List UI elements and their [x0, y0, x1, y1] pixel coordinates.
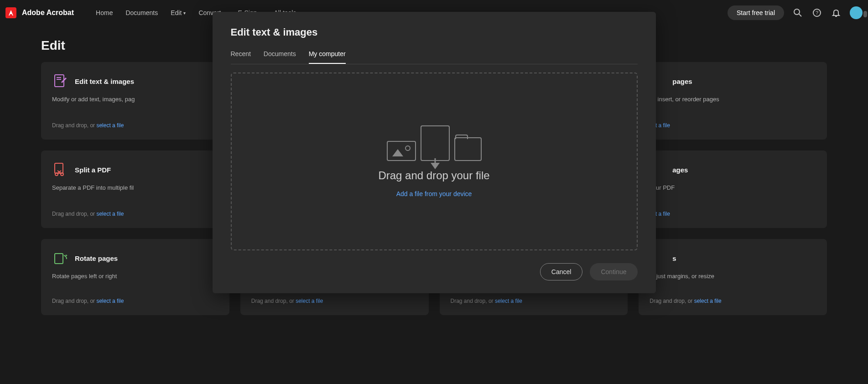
modal-overlay: Edit text & images Recent Documents My c… [0, 0, 868, 384]
file-dropzone[interactable]: Drag and drop your file Add a file from … [231, 73, 638, 250]
folder-icon [454, 137, 482, 161]
dropzone-heading: Drag and drop your file [378, 169, 489, 182]
file-picker-modal: Edit text & images Recent Documents My c… [213, 12, 656, 293]
document-file-icon [421, 125, 450, 161]
continue-button[interactable]: Continue [590, 263, 637, 280]
add-file-link[interactable]: Add a file from your device [396, 190, 472, 197]
modal-tabs: Recent Documents My computer [231, 47, 638, 64]
tab-my-computer[interactable]: My computer [309, 47, 346, 64]
tab-recent[interactable]: Recent [231, 47, 251, 64]
modal-title: Edit text & images [231, 26, 638, 38]
cancel-button[interactable]: Cancel [540, 263, 583, 280]
tab-documents[interactable]: Documents [264, 47, 296, 64]
dropzone-illustration [387, 125, 482, 161]
modal-footer: Cancel Continue [231, 263, 638, 280]
image-file-icon [387, 141, 416, 161]
